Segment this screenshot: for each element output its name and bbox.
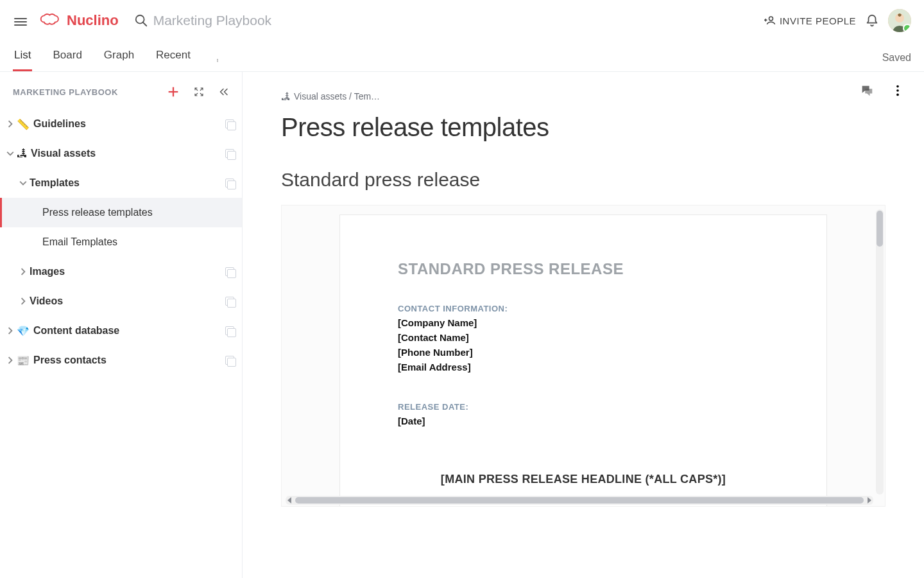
pr-release-label: RELEASE DATE: — [398, 402, 769, 412]
brand-name: Nuclino — [67, 12, 119, 29]
breadcrumb-text: Visual assets / Tem… — [294, 91, 380, 101]
sidebar-item-label: Templates — [30, 177, 225, 189]
ruler-icon: 📏 — [17, 118, 30, 130]
svg-point-8 — [217, 60, 218, 61]
sidebar-title: MARKETING PLAYBOOK — [13, 87, 162, 97]
sidebar-tree: 📏 Guidelines 🏞 Visual assets Templates P… — [0, 105, 242, 375]
sidebar-item-label: Email Templates — [42, 236, 234, 248]
pr-date: [Date] — [398, 416, 769, 426]
tab-list[interactable]: List — [13, 49, 32, 71]
search-icon — [134, 13, 148, 28]
svg-point-13 — [896, 89, 899, 92]
topbar: Nuclino Marketing Playbook INVITE PEOPLE — [0, 0, 924, 41]
notifications-icon[interactable] — [865, 13, 879, 28]
sidebar-item-press-release-templates[interactable]: Press release templates — [0, 198, 242, 227]
pr-title: STANDARD PRESS RELEASE — [398, 260, 769, 278]
saved-status: Saved — [882, 52, 911, 64]
svg-line-1 — [142, 22, 146, 26]
pr-headline: [MAIN PRESS RELEASE HEADLINE (*ALL CAPS*… — [398, 473, 769, 486]
newspaper-icon: 📰 — [17, 355, 30, 367]
sidebar-item-label: Press contacts — [33, 355, 225, 366]
pr-company: [Company Name] — [398, 317, 769, 328]
sidebar-item-visual-assets[interactable]: 🏞 Visual assets — [0, 139, 242, 168]
chevron-right-icon — [19, 297, 27, 305]
scrollbar-thumb[interactable] — [877, 211, 883, 247]
breadcrumb[interactable]: 🏞 Visual assets / Tem… — [281, 91, 886, 101]
svg-point-2 — [769, 17, 773, 21]
invite-people-button[interactable]: INVITE PEOPLE — [764, 15, 856, 26]
sidebar-item-images[interactable]: Images — [0, 257, 242, 286]
page-title[interactable]: Press release templates — [281, 113, 886, 142]
tab-graph[interactable]: Graph — [103, 49, 135, 71]
doc-actions — [860, 83, 905, 98]
horizontal-scrollbar[interactable] — [286, 496, 873, 505]
landscape-icon: 🏞 — [281, 91, 290, 101]
sidebar: MARKETING PLAYBOOK 📏 Guidelines 🏞 Visual… — [0, 72, 243, 578]
tabs-more-icon[interactable] — [211, 58, 224, 71]
chevron-right-icon — [19, 268, 27, 276]
copy-icon[interactable] — [225, 179, 234, 188]
more-icon[interactable] — [891, 83, 905, 98]
scroll-right-arrow[interactable] — [868, 497, 871, 504]
landscape-icon: 🏞 — [17, 148, 27, 159]
document: 🏞 Visual assets / Tem… Press release tem… — [243, 72, 924, 578]
copy-icon[interactable] — [225, 356, 234, 365]
tab-board[interactable]: Board — [51, 49, 83, 71]
sidebar-item-templates[interactable]: Templates — [0, 168, 242, 198]
chevron-right-icon — [6, 327, 14, 335]
search[interactable]: Marketing Playbook — [134, 13, 755, 28]
sidebar-item-press-contacts[interactable]: 📰 Press contacts — [0, 346, 242, 375]
chevron-right-icon — [6, 120, 14, 128]
copy-icon[interactable] — [225, 149, 234, 158]
brand[interactable]: Nuclino — [40, 12, 119, 30]
sidebar-item-label: Press release templates — [42, 207, 234, 218]
sidebar-item-label: Images — [30, 266, 225, 277]
brand-logo-icon — [40, 12, 62, 30]
add-person-icon — [764, 15, 776, 26]
vertical-scrollbar[interactable] — [876, 209, 884, 495]
menu-button[interactable] — [10, 10, 31, 31]
copy-icon[interactable] — [225, 119, 234, 128]
add-item-icon[interactable] — [166, 85, 180, 99]
sidebar-item-label: Videos — [30, 295, 225, 307]
user-avatar[interactable] — [888, 9, 911, 32]
pr-phone: [Phone Number] — [398, 347, 769, 358]
sidebar-item-email-templates[interactable]: Email Templates — [0, 227, 242, 257]
sidebar-item-label: Content database — [33, 325, 225, 337]
sidebar-item-videos[interactable]: Videos — [0, 286, 242, 316]
sidebar-item-content-database[interactable]: 💎 Content database — [0, 316, 242, 346]
search-placeholder: Marketing Playbook — [153, 13, 271, 28]
sidebar-item-label: Guidelines — [33, 118, 225, 130]
svg-point-14 — [896, 94, 899, 96]
sidebar-header: MARKETING PLAYBOOK — [0, 72, 242, 105]
document-area: 🏞 Visual assets / Tem… Press release tem… — [243, 72, 924, 578]
chevron-down-icon — [19, 179, 27, 187]
svg-point-7 — [217, 59, 218, 60]
diamond-icon: 💎 — [17, 325, 30, 337]
comments-icon[interactable] — [860, 83, 874, 98]
scroll-left-arrow[interactable] — [287, 497, 291, 504]
section-heading[interactable]: Standard press release — [281, 169, 886, 191]
press-release-page: STANDARD PRESS RELEASE CONTACT INFORMATI… — [339, 215, 827, 506]
invite-label: INVITE PEOPLE — [780, 15, 856, 26]
sidebar-item-guidelines[interactable]: 📏 Guidelines — [0, 109, 242, 139]
collapse-sidebar-icon[interactable] — [218, 86, 229, 98]
svg-point-9 — [217, 61, 218, 62]
pr-email: [Email Address] — [398, 362, 769, 372]
chevron-right-icon — [6, 356, 14, 364]
copy-icon[interactable] — [225, 267, 234, 276]
view-tabs: List Board Graph Recent Saved — [0, 41, 924, 72]
hamburger-icon — [14, 16, 27, 25]
scrollbar-thumb[interactable] — [295, 497, 864, 504]
expand-icon[interactable] — [193, 86, 205, 98]
copy-icon[interactable] — [225, 297, 234, 306]
tab-recent[interactable]: Recent — [155, 49, 192, 71]
svg-point-12 — [896, 85, 899, 88]
copy-icon[interactable] — [225, 326, 234, 335]
sidebar-item-label: Visual assets — [31, 148, 225, 159]
avatar-icon — [888, 9, 911, 32]
template-embed: STANDARD PRESS RELEASE CONTACT INFORMATI… — [281, 205, 886, 507]
embed-viewport[interactable]: STANDARD PRESS RELEASE CONTACT INFORMATI… — [282, 206, 885, 506]
chevron-down-icon — [6, 150, 14, 157]
pr-contact-label: CONTACT INFORMATION: — [398, 304, 769, 313]
